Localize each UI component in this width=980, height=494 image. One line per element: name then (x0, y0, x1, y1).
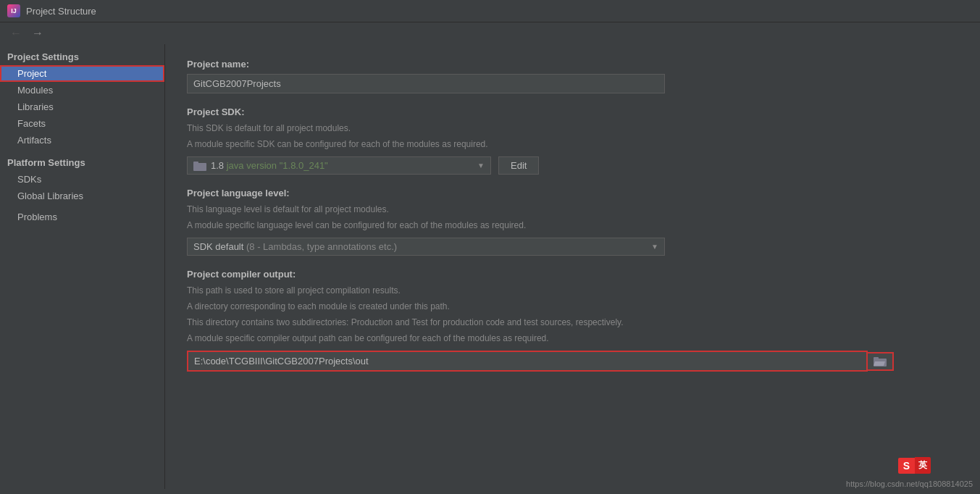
sdk-desc1: This SDK is default for all project modu… (187, 122, 958, 135)
project-sdk-label: Project SDK: (187, 106, 958, 117)
sidebar-item-libraries[interactable]: Libraries (0, 99, 164, 115)
folder-icon (193, 161, 206, 171)
compiler-desc4: A module specific compiler output path c… (187, 332, 958, 345)
project-name-input[interactable] (187, 74, 665, 93)
back-button[interactable]: ← (7, 25, 25, 41)
project-language-section: Project language level: This language le… (187, 188, 958, 256)
compiler-desc2: A directory corresponding to each module… (187, 300, 958, 313)
svg-rect-3 (874, 357, 879, 360)
project-name-section: Project name: (187, 59, 958, 93)
compiler-output-label: Project compiler output: (187, 269, 958, 280)
sdk-dropdown-arrow: ▼ (477, 162, 485, 169)
lang-desc1: This language level is default for all p… (187, 203, 958, 216)
sidebar-item-sdks[interactable]: SDKs (0, 171, 164, 188)
right-panel: Project name: Project SDK: This SDK is d… (165, 44, 980, 489)
lang-desc2: A module specific language level can be … (187, 219, 958, 232)
project-name-label: Project name: (187, 59, 958, 70)
compiler-output-row (187, 351, 958, 372)
folder-open-icon (874, 356, 887, 367)
watermark-url: https://blog.csdn.net/qq1808814025 (846, 480, 973, 488)
csdn-text: 英 (918, 460, 927, 470)
sdk-row: 1.8 java version "1.8.0_241" ▼ Edit (187, 156, 958, 175)
lang-select-value: SDK default (8 - Lambdas, type annotatio… (193, 241, 651, 252)
sidebar-item-project[interactable]: Project (0, 65, 164, 82)
title-bar-title: Project Structure (26, 6, 96, 17)
compiler-output-folder-button[interactable] (868, 352, 894, 371)
sdk-value: 1.8 java version "1.8.0_241" (211, 160, 473, 171)
platform-settings-label: Platform Settings (0, 153, 164, 171)
sdk-dropdown[interactable]: 1.8 java version "1.8.0_241" ▼ (187, 156, 491, 175)
project-language-label: Project language level: (187, 188, 958, 198)
nav-row: ← → (0, 22, 980, 44)
project-sdk-section: Project SDK: This SDK is default for all… (187, 106, 958, 175)
title-bar: IJ Project Structure (0, 0, 980, 22)
compiler-desc1: This path is used to store all project c… (187, 284, 958, 297)
sdk-edit-button[interactable]: Edit (498, 156, 539, 175)
compiler-output-input[interactable] (187, 351, 868, 372)
forward-button[interactable]: → (29, 25, 46, 41)
csdn-badge: S 英 (898, 457, 931, 474)
csdn-letter: S (903, 460, 910, 472)
sidebar-item-modules[interactable]: Modules (0, 82, 164, 99)
lang-dropdown-arrow: ▼ (651, 243, 658, 251)
sidebar-item-artifacts[interactable]: Artifacts (0, 132, 164, 148)
sidebar-item-problems[interactable]: Problems (0, 209, 164, 225)
language-level-dropdown[interactable]: SDK default (8 - Lambdas, type annotatio… (187, 238, 665, 256)
project-settings-label: Project Settings (0, 47, 164, 65)
svg-rect-1 (193, 162, 198, 164)
sidebar-item-facets[interactable]: Facets (0, 115, 164, 132)
compiler-output-section: Project compiler output: This path is us… (187, 269, 958, 372)
compiler-desc3: This directory contains two subdirectori… (187, 316, 958, 329)
app-icon: IJ (7, 4, 20, 17)
sidebar: Project Settings Project Modules Librari… (0, 44, 165, 489)
sidebar-item-global-libraries[interactable]: Global Libraries (0, 188, 164, 204)
svg-marker-4 (874, 361, 885, 366)
sdk-desc2: A module specific SDK can be configured … (187, 138, 958, 151)
